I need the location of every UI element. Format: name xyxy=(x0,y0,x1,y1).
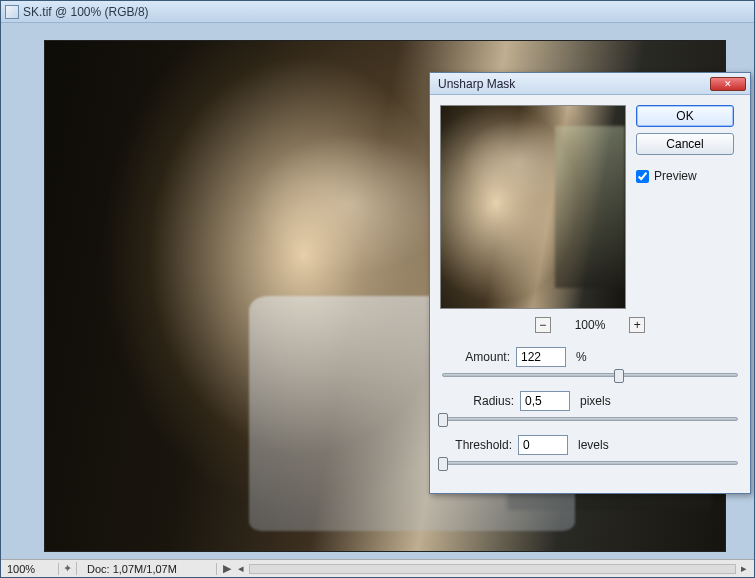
close-icon[interactable]: ✕ xyxy=(710,77,746,91)
ok-button[interactable]: OK xyxy=(636,105,734,127)
amount-unit: % xyxy=(576,350,587,364)
preview-image xyxy=(441,106,625,308)
amount-label: Amount: xyxy=(440,350,510,364)
threshold-slider-thumb[interactable] xyxy=(438,457,448,471)
dialog-body: OK Cancel Preview − 100% + Amou xyxy=(430,95,750,493)
radius-slider-thumb[interactable] xyxy=(438,413,448,427)
document-icon xyxy=(5,5,19,19)
status-zoom[interactable]: 100% xyxy=(1,563,59,575)
amount-input[interactable] xyxy=(516,347,566,367)
threshold-label: Threshold: xyxy=(440,438,512,452)
amount-slider[interactable] xyxy=(442,373,738,377)
preview-checkbox-row[interactable]: Preview xyxy=(636,169,734,183)
radius-unit: pixels xyxy=(580,394,611,408)
threshold-slider[interactable] xyxy=(442,461,738,465)
zoom-out-button[interactable]: − xyxy=(535,317,551,333)
scroll-left-icon[interactable]: ◂ xyxy=(235,562,247,575)
status-doc-info: Doc: 1,07M/1,07M xyxy=(77,563,217,575)
threshold-input[interactable] xyxy=(518,435,568,455)
scroll-menu-icon[interactable]: ▶ xyxy=(221,562,233,575)
preview-zoom-value: 100% xyxy=(575,318,606,332)
document-title: SK.tif @ 100% (RGB/8) xyxy=(23,5,149,19)
canvas-area: Unsharp Mask ✕ OK Cancel Preview xyxy=(1,23,754,559)
dialog-titlebar[interactable]: Unsharp Mask ✕ xyxy=(430,73,750,95)
status-bar: 100% ✦ Doc: 1,07M/1,07M ▶ ◂ ▸ xyxy=(1,559,754,577)
scroll-right-icon[interactable]: ▸ xyxy=(738,562,750,575)
document-window: SK.tif @ 100% (RGB/8) Unsharp Mask ✕ OK … xyxy=(0,0,755,578)
status-hand-icon[interactable]: ✦ xyxy=(59,562,77,575)
unsharp-mask-dialog: Unsharp Mask ✕ OK Cancel Preview xyxy=(429,72,751,494)
amount-slider-thumb[interactable] xyxy=(614,369,624,383)
preview-checkbox[interactable] xyxy=(636,170,649,183)
document-titlebar[interactable]: SK.tif @ 100% (RGB/8) xyxy=(1,1,754,23)
scroll-track[interactable] xyxy=(249,564,736,574)
radius-input[interactable] xyxy=(520,391,570,411)
horizontal-scrollbar[interactable]: ▶ ◂ ▸ xyxy=(217,562,754,575)
filter-preview[interactable] xyxy=(440,105,626,309)
dialog-title: Unsharp Mask xyxy=(434,77,710,91)
zoom-in-button[interactable]: + xyxy=(629,317,645,333)
cancel-button[interactable]: Cancel xyxy=(636,133,734,155)
radius-label: Radius: xyxy=(440,394,514,408)
preview-checkbox-label: Preview xyxy=(654,169,697,183)
radius-slider[interactable] xyxy=(442,417,738,421)
threshold-unit: levels xyxy=(578,438,609,452)
